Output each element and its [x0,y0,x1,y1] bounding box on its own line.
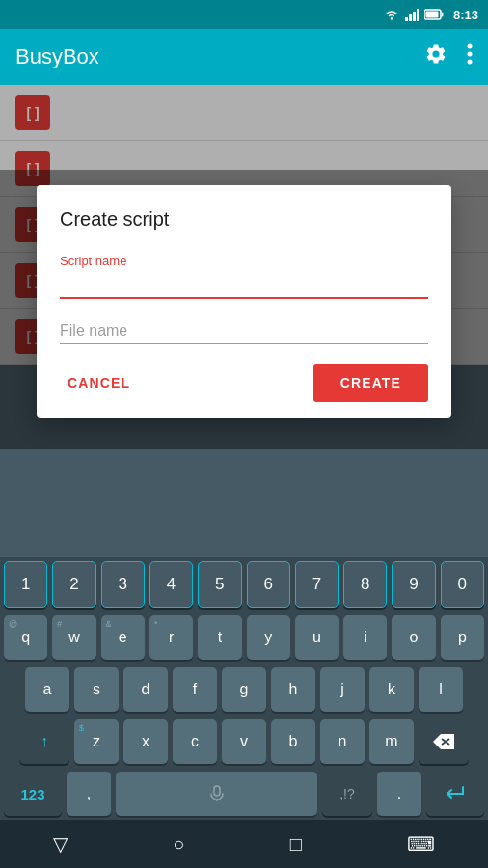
key-k[interactable]: k [369,667,414,712]
key-v[interactable]: v [222,719,266,764]
key-0[interactable]: 0 [441,561,484,608]
svg-rect-3 [413,12,416,21]
more-options-icon[interactable] [467,42,473,71]
key-2[interactable]: 2 [52,561,95,608]
key-t[interactable]: t [198,615,241,660]
key-j[interactable]: j [320,667,365,712]
key-u[interactable]: u [295,615,339,660]
key-n[interactable]: n [320,719,365,764]
svg-rect-2 [409,14,412,21]
status-bar: 8:13 [0,0,488,29]
file-name-group [60,318,428,344]
key-9[interactable]: 9 [392,561,435,608]
key-h[interactable]: h [271,667,315,712]
key-s[interactable]: s [74,667,119,712]
svg-rect-13 [214,786,220,796]
script-name-label: Script name [60,254,428,268]
svg-rect-1 [405,17,408,21]
back-button[interactable]: ▽ [53,832,68,855]
home-button[interactable]: ○ [173,833,184,855]
svg-rect-4 [417,9,419,21]
key-7[interactable]: 7 [295,561,339,608]
punctuation-key[interactable]: ,!? [322,772,372,816]
status-icons: 8:13 [384,8,478,22]
keyboard-switch-button[interactable]: ⌨ [407,832,435,855]
key-x[interactable]: x [123,719,168,764]
key-p[interactable]: p [441,615,484,660]
key-o[interactable]: o [392,615,435,660]
settings-icon[interactable] [424,42,447,71]
dialog-actions: CANCEL CREATE [60,364,428,402]
svg-rect-7 [425,12,438,18]
comma-key[interactable]: , [67,772,111,816]
mic-icon [208,785,226,802]
key-f[interactable]: f [173,667,217,712]
keyboard-bottom-row: 123 , ,!? . [0,768,488,820]
enter-icon [444,784,467,803]
cancel-button[interactable]: CANCEL [60,367,138,398]
key-6[interactable]: 6 [247,561,290,608]
keyboard: 1 2 3 4 5 6 7 8 9 0 @q #w &e *r t y u i … [0,557,488,820]
create-script-dialog: Create script Script name CANCEL CREATE [37,185,451,418]
svg-point-10 [468,60,473,65]
key-8[interactable]: 8 [343,561,387,608]
app-bar: BusyBox [0,29,488,85]
keyboard-asdf-row: a s d f g h j k l [0,664,488,716]
key-r[interactable]: *r [149,615,193,660]
key-l[interactable]: l [419,667,463,712]
key-z[interactable]: $z [74,719,119,764]
script-name-input[interactable] [60,272,428,299]
create-button[interactable]: CREATE [313,364,428,402]
dialog-overlay: Create script Script name CANCEL CREATE [0,170,488,449]
keyboard-qwerty-row: @q #w &e *r t y u i o p [0,611,488,664]
recents-button[interactable]: □ [290,833,302,855]
keyboard-number-row: 1 2 3 4 5 6 7 8 9 0 [0,557,488,611]
battery-icon [424,9,444,20]
signal-icon [405,8,419,21]
key-4[interactable]: 4 [149,561,193,608]
delete-key[interactable] [419,719,469,764]
shift-key[interactable]: ↑ [19,719,69,764]
num-switch-key[interactable]: 123 [4,772,62,816]
key-b[interactable]: b [271,719,315,764]
key-g[interactable]: g [222,667,266,712]
key-5[interactable]: 5 [198,561,241,608]
key-1[interactable]: 1 [4,561,47,608]
space-key[interactable] [116,772,317,816]
svg-point-9 [468,52,473,57]
period-key[interactable]: . [377,772,421,816]
key-q[interactable]: @q [4,615,47,660]
dialog-title: Create script [60,208,428,231]
key-m[interactable]: m [369,719,414,764]
key-e[interactable]: &e [101,615,145,660]
key-w[interactable]: #w [52,615,95,660]
key-i[interactable]: i [343,615,387,660]
status-time: 8:13 [453,8,478,22]
svg-point-0 [391,17,393,19]
main-content: [ ] [ ] [ ] [ ] [ ] Restart UI Create sc… [0,85,488,365]
svg-rect-6 [441,13,443,17]
key-a[interactable]: a [25,667,69,712]
key-d[interactable]: d [123,667,168,712]
list-icon: [ ] [15,95,50,130]
script-name-group: Script name [60,254,428,299]
keyboard-zxcv-row: ↑ $z x c v b n m [0,716,488,768]
enter-key[interactable] [426,772,484,816]
svg-point-8 [468,44,473,49]
app-bar-icons [424,42,473,71]
wifi-icon [384,8,399,21]
file-name-input[interactable] [60,318,428,344]
app-title: BusyBox [15,44,424,69]
key-3[interactable]: 3 [101,561,145,608]
navigation-bar: ▽ ○ □ ⌨ [0,820,488,868]
key-c[interactable]: c [173,719,217,764]
key-y[interactable]: y [247,615,290,660]
list-item: [ ] [0,85,488,141]
